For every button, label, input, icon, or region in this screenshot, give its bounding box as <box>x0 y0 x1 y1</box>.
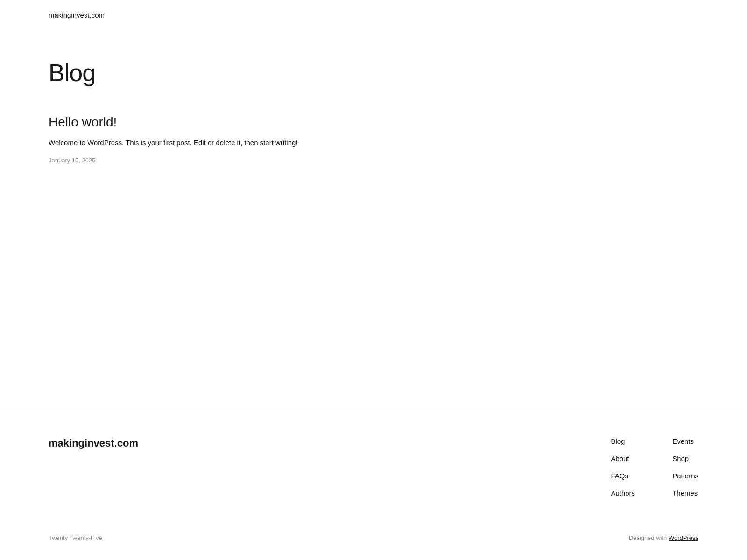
site-header: makinginvest.com <box>0 0 747 31</box>
footer-wordpress-link[interactable]: WordPress <box>669 534 698 541</box>
footer-nav-blog[interactable]: Blog <box>611 437 635 445</box>
site-footer: makinginvest.com Blog About FAQs Authors… <box>0 409 747 560</box>
page-title: Blog <box>49 59 698 87</box>
post-excerpt: Welcome to WordPress. This is your first… <box>49 137 698 148</box>
footer-designed-by: Designed with WordPress <box>629 534 698 541</box>
footer-nav-themes[interactable]: Themes <box>672 489 698 497</box>
footer-nav-shop[interactable]: Shop <box>672 455 698 462</box>
post-title-link[interactable]: Hello world! <box>49 115 117 129</box>
footer-nav-authors[interactable]: Authors <box>611 489 635 497</box>
main-content: Blog Hello world! Welcome to WordPress. … <box>0 31 747 409</box>
footer-nav: Blog About FAQs Authors Events Shop Patt… <box>611 437 698 497</box>
footer-nav-col1: Blog About FAQs Authors <box>611 437 635 497</box>
footer-site-name[interactable]: makinginvest.com <box>49 437 138 449</box>
footer-nav-about[interactable]: About <box>611 455 635 462</box>
footer-nav-patterns[interactable]: Patterns <box>672 472 698 480</box>
footer-designed-by-text: Designed with <box>629 534 667 541</box>
footer-nav-faqs[interactable]: FAQs <box>611 472 635 480</box>
footer-inner: makinginvest.com Blog About FAQs Authors… <box>49 437 698 497</box>
footer-theme-name: Twenty Twenty-Five <box>49 534 102 541</box>
post-item: Hello world! Welcome to WordPress. This … <box>49 115 698 164</box>
footer-bottom: Twenty Twenty-Five Designed with WordPre… <box>49 525 698 541</box>
footer-nav-events[interactable]: Events <box>672 437 698 445</box>
post-title: Hello world! <box>49 115 698 130</box>
header-site-name[interactable]: makinginvest.com <box>49 11 105 19</box>
post-date: January 15, 2025 <box>49 157 95 164</box>
footer-nav-col2: Events Shop Patterns Themes <box>672 437 698 497</box>
